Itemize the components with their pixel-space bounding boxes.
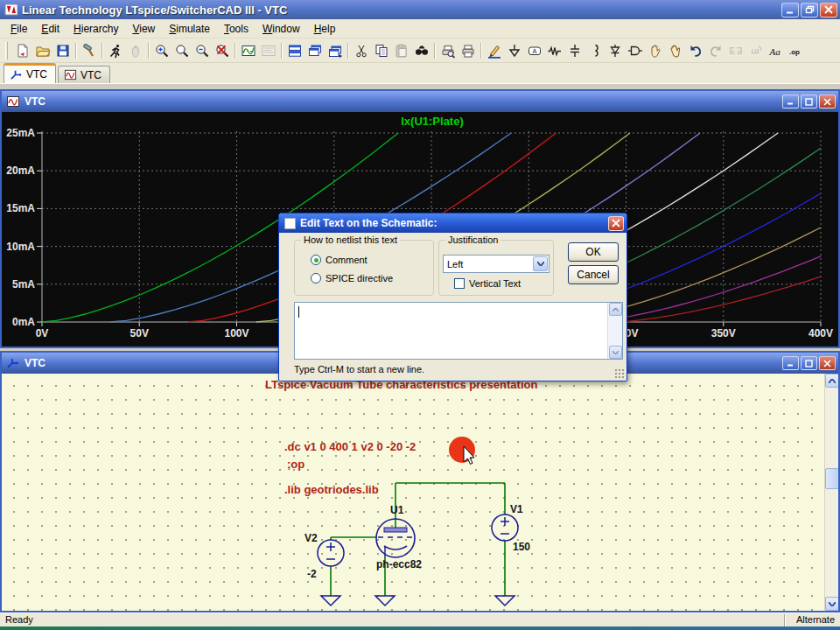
- radio-comment-circle[interactable]: [311, 255, 321, 265]
- draw-wire-button[interactable]: [484, 41, 504, 60]
- v2-ref-label[interactable]: V2: [304, 532, 318, 544]
- toolbar-grip[interactable]: [5, 42, 8, 60]
- op-comment[interactable]: ;op: [287, 458, 304, 471]
- waveform-minimize-button[interactable]: [782, 94, 799, 108]
- textarea-scroll-down[interactable]: [609, 346, 622, 359]
- place-diode-button[interactable]: [605, 41, 625, 60]
- place-label-icon: A: [527, 43, 542, 59]
- find-button[interactable]: [411, 41, 431, 60]
- place-label-button[interactable]: A: [524, 41, 544, 60]
- cut-button[interactable]: [351, 41, 371, 60]
- scroll-down-button[interactable]: [825, 597, 838, 611]
- dialog-title-bar[interactable]: Edit Text on the Schematic:: [279, 214, 626, 233]
- schematic-maximize-button[interactable]: [801, 356, 817, 370]
- drag-button[interactable]: [665, 41, 685, 60]
- print-button[interactable]: [458, 41, 478, 60]
- schematic-minimize-button[interactable]: [782, 356, 799, 370]
- scroll-up-button[interactable]: [825, 374, 838, 388]
- main-title-bar[interactable]: Linear Technology LTspice/SwitcherCAD II…: [0, 0, 840, 19]
- arrange-windows-button[interactable]: [325, 41, 345, 60]
- place-capacitor-button[interactable]: [564, 41, 584, 60]
- menu-item-window[interactable]: Window: [256, 21, 307, 37]
- schematic-vertical-scrollbar[interactable]: [824, 374, 838, 611]
- justification-dropdown[interactable]: Left: [443, 255, 550, 273]
- status-divider: [784, 614, 786, 626]
- menu-item-view[interactable]: View: [125, 21, 162, 37]
- radio-spice-label: SPICE directive: [326, 273, 393, 284]
- resize-grip[interactable]: [614, 368, 625, 379]
- menu-item-simulate[interactable]: Simulate: [162, 21, 217, 37]
- zoom-back-button[interactable]: [172, 41, 192, 60]
- v1-value-label[interactable]: 150: [513, 541, 530, 553]
- save-button[interactable]: [52, 41, 73, 60]
- vertical-text-box[interactable]: [454, 278, 465, 289]
- voltage-source-v1-symbol[interactable]: [492, 514, 518, 541]
- x-tick-label: 50V: [130, 327, 149, 340]
- textarea-scrollbar[interactable]: [607, 303, 622, 359]
- dc-sweep-directive[interactable]: .dc v1 0 400 1 v2 0 -20 -2: [284, 440, 416, 453]
- restore-button[interactable]: [801, 3, 818, 18]
- menu-item-file[interactable]: File: [4, 21, 34, 37]
- waveform-maximize-button[interactable]: [801, 94, 817, 108]
- waveform-pane-button[interactable]: [238, 41, 258, 60]
- schematic-text-input[interactable]: [294, 302, 623, 360]
- ok-button[interactable]: OK: [568, 242, 619, 262]
- place-inductor-button[interactable]: [584, 41, 605, 60]
- minimize-button[interactable]: [781, 3, 799, 18]
- new-schematic-button[interactable]: [12, 41, 32, 60]
- find-icon: [414, 43, 430, 59]
- tab-schematic-vtc[interactable]: VTC: [4, 63, 56, 83]
- chevron-down-icon[interactable]: [533, 256, 548, 271]
- place-ground-button[interactable]: [504, 41, 524, 60]
- scrollbar-thumb[interactable]: [825, 468, 838, 489]
- cascade-windows-button[interactable]: [304, 41, 325, 60]
- lib-directive[interactable]: .lib geotriodes.lib: [284, 483, 379, 496]
- menu-item-tools[interactable]: Tools: [217, 21, 256, 37]
- print-preview-button[interactable]: [438, 41, 458, 60]
- dialog-close-button[interactable]: [608, 216, 624, 231]
- radio-comment[interactable]: Comment: [311, 255, 368, 265]
- tile-windows-button[interactable]: [284, 41, 304, 60]
- place-resistor-button[interactable]: [544, 41, 564, 60]
- copy-button[interactable]: [371, 41, 391, 60]
- status-bar: Ready Alternate: [0, 612, 840, 626]
- place-text-button[interactable]: Aa: [766, 41, 786, 60]
- open-button[interactable]: [32, 41, 52, 60]
- menu-item-help[interactable]: Help: [307, 21, 343, 37]
- trace-v2=-20: [614, 276, 821, 322]
- textarea-scroll-up[interactable]: [609, 303, 622, 316]
- undo-button[interactable]: [685, 41, 705, 60]
- run-button[interactable]: [105, 41, 125, 60]
- v1-ref-label[interactable]: V1: [510, 503, 523, 515]
- u1-value-label[interactable]: ph-ecc82: [376, 558, 422, 570]
- place-component-button[interactable]: [625, 41, 645, 60]
- voltage-source-v2-symbol[interactable]: [318, 540, 344, 566]
- v2-value-label[interactable]: -2: [307, 568, 317, 580]
- zoom-fit-button[interactable]: [212, 41, 232, 60]
- waveform-close-button[interactable]: [819, 94, 836, 108]
- toolbar-separator: [73, 41, 79, 60]
- waveform-icon: [6, 94, 20, 108]
- radio-spice-directive[interactable]: SPICE directive: [311, 273, 393, 284]
- vertical-text-checkbox[interactable]: Vertical Text: [454, 278, 521, 289]
- schematic-canvas[interactable]: LTspice Vacuum Tube characteristics pres…: [2, 374, 824, 611]
- menu-item-hierarchy[interactable]: Hierarchy: [66, 21, 125, 37]
- zoom-out-button[interactable]: [192, 41, 212, 60]
- u1-ref-label[interactable]: U1: [390, 504, 404, 516]
- radio-spice-circle[interactable]: [311, 273, 321, 284]
- zoom-fit-icon: [214, 43, 230, 59]
- place-ground-icon: [507, 43, 522, 59]
- spice-directive-button[interactable]: .op: [786, 41, 806, 60]
- tab-waveform-vtc[interactable]: VTC: [58, 66, 110, 83]
- menu-item-edit[interactable]: Edit: [34, 21, 66, 37]
- zoom-in-button[interactable]: [151, 41, 172, 60]
- schematic-close-button[interactable]: [819, 356, 836, 370]
- ground-symbols[interactable]: [321, 596, 514, 606]
- open-icon: [35, 43, 51, 59]
- cancel-button[interactable]: Cancel: [568, 265, 619, 284]
- waveform-window-title-bar[interactable]: VTC: [2, 91, 838, 112]
- control-panel-button[interactable]: [79, 41, 99, 60]
- move-button[interactable]: [645, 41, 665, 60]
- mouse-highlight-dot: [449, 437, 475, 463]
- close-button[interactable]: [820, 3, 837, 18]
